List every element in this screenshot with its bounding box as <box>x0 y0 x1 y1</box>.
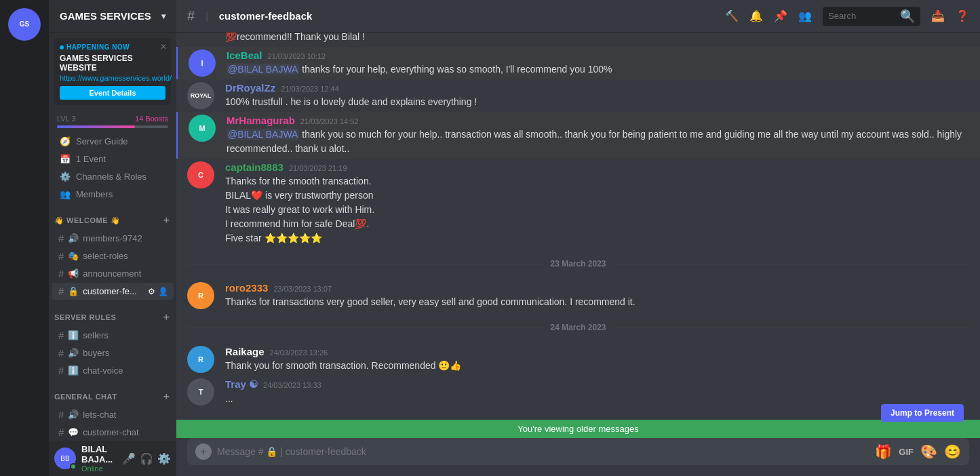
server-chevron-icon: ▾ <box>161 12 165 21</box>
date-divider: 23 March 2023 <box>187 259 969 269</box>
hash-icon: # <box>58 250 64 262</box>
add-attachment-button[interactable]: ＋ <box>195 443 212 460</box>
level-boosts[interactable]: 14 Boosts <box>135 115 168 123</box>
channel-item-announcement[interactable]: # 📢 announcement <box>52 265 174 282</box>
channel-hash-icon: # <box>187 8 195 24</box>
server-sidebar: GS <box>0 0 49 476</box>
category-server-rules[interactable]: SERVER RULES ＋ <box>49 300 176 326</box>
avatar: C <box>187 161 214 189</box>
username: BILAL BAJA... <box>81 444 117 464</box>
message-group: C captain8883 21/03/2023 21:19 Thanks fo… <box>176 159 980 248</box>
channel-item-customer-feedback[interactable]: # 🔒 customer-fe... ⚙ 👤 <box>52 283 174 300</box>
message-input-area: ＋ 🎁 GIF 🎨 😊 <box>176 438 980 476</box>
happening-url[interactable]: https://www.gamesservices.world/ <box>60 74 165 82</box>
channel-item-customer-chat[interactable]: # 💬 customer-chat <box>52 424 174 441</box>
channel-item-buyers[interactable]: # 🔊 buyers <box>52 344 174 361</box>
message-timestamp: 21/03/2023 12:44 <box>281 85 339 93</box>
sidebar-item-channels-roles[interactable]: ⚙️ Channels & Roles <box>52 168 174 185</box>
search-icon: 🔍 <box>900 9 915 24</box>
hammer-icon[interactable]: 🔨 <box>725 9 739 22</box>
older-messages-banner: You're viewing older messages Jump to Pr… <box>176 420 980 438</box>
message-author: IceBeal <box>227 49 262 61</box>
message-author: Raikage <box>225 346 264 357</box>
channel-item-members[interactable]: # 🔊 members-9742 <box>52 230 174 247</box>
channel-icon: 📢 <box>68 269 79 279</box>
emoji-icon[interactable]: 😊 <box>944 443 961 460</box>
message-author: Tray ☯ <box>225 378 258 391</box>
happening-close-icon[interactable]: ✕ <box>160 42 167 52</box>
main-content: # | customer-feedback 🔨 🔔 📌 👥 🔍 📥 ❓ B ba… <box>176 0 980 476</box>
add-channel-icon[interactable]: ＋ <box>161 311 172 323</box>
sidebar-item-server-guide[interactable]: 🧭 Server Guide <box>52 133 174 150</box>
hash-icon: # <box>58 268 64 279</box>
search-box: 🔍 <box>823 7 920 26</box>
channel-item-chat-voice[interactable]: # ℹ️ chat-voice <box>52 362 174 379</box>
channel-item-select-roles[interactable]: # 🎭 select-roles <box>52 247 174 264</box>
header-divider: | <box>205 11 208 22</box>
message-group: T Tray ☯ 24/03/2023 13:33 ... <box>176 376 980 409</box>
happening-dot <box>60 45 64 49</box>
message-header: DrRoyalZz 21/03/2023 12:44 <box>225 82 969 94</box>
category-welcome[interactable]: 👋 WELCOME 👋 ＋ <box>49 203 176 229</box>
message-author: MrHamagurab <box>227 115 295 126</box>
add-channel-icon[interactable]: ＋ <box>161 214 172 226</box>
message-header: roro2333 23/03/2023 13:07 <box>225 282 969 294</box>
message-content: roro2333 23/03/2023 13:07 Thanks for tra… <box>225 282 969 309</box>
settings-icon[interactable]: ⚙ <box>148 287 155 296</box>
more-icon[interactable]: 👤 <box>158 287 168 296</box>
event-details-button[interactable]: Event Details <box>60 86 165 100</box>
level-fill <box>57 125 135 128</box>
message-header: Raikage 24/03/2023 13:26 <box>225 346 969 357</box>
message-author: captain8883 <box>225 161 283 173</box>
headset-icon[interactable]: 🎧 <box>140 452 153 465</box>
settings-icon[interactable]: ⚙️ <box>157 452 171 465</box>
channel-list: 🧭 Server Guide 📅 1 Event ⚙️ Channels & R… <box>49 132 176 441</box>
members-icon: 👥 <box>60 189 71 199</box>
mute-icon[interactable]: 🎤 <box>122 452 136 465</box>
sidebar-item-members[interactable]: 👥 Members <box>52 186 174 203</box>
jump-to-present-button[interactable]: Jump to Present <box>881 404 964 422</box>
gif-icon[interactable]: GIF <box>899 447 914 457</box>
channel-item-sellers[interactable]: # ℹ️ sellers <box>52 327 174 344</box>
message-header: Tray ☯ 24/03/2023 13:33 <box>225 378 969 391</box>
category-general-chat[interactable]: GENERAL CHAT ＋ <box>49 380 176 405</box>
server-icon-label: GS <box>20 20 29 28</box>
message-header: IceBeal 21/03/2023 10:12 <box>227 49 969 61</box>
pin-icon[interactable]: 📌 <box>774 9 787 22</box>
message-header: captain8883 21/03/2023 21:19 <box>225 161 969 173</box>
notification-icon[interactable]: 🔔 <box>749 9 763 22</box>
channel-name-header: customer-feedback <box>219 10 313 22</box>
message-content: Deleted User 21/03/2023 08:08 Bilal is g… <box>225 33 969 44</box>
gift-icon[interactable]: 🎁 <box>875 443 892 460</box>
message-input-box: ＋ 🎁 GIF 🎨 😊 <box>187 438 969 465</box>
message-author: DrRoyalZz <box>225 82 275 94</box>
hash-icon: # <box>58 365 64 376</box>
sidebar-item-event[interactable]: 📅 1 Event <box>52 151 174 167</box>
user-status: Online <box>81 464 117 473</box>
channel-sidebar: GAMES SERVICES ▾ HAPPENING NOW ✕ GAMES S… <box>49 0 176 476</box>
channel-icon: 🔒 <box>68 286 79 296</box>
message-text: @BILAL BAJWA thanks for your help, every… <box>227 62 969 77</box>
messages-container[interactable]: B ball 20/03/2023 19:16 Yesterday I met … <box>176 33 980 420</box>
message-text: Thanks for the smooth transaction.BILAL❤… <box>225 174 969 245</box>
message-group: R roro2333 23/03/2023 13:07 Thanks for t… <box>176 279 980 312</box>
inbox-icon[interactable]: 📥 <box>931 9 945 22</box>
channel-header: # | customer-feedback 🔨 🔔 📌 👥 🔍 📥 ❓ <box>176 0 980 33</box>
message-content: captain8883 21/03/2023 21:19 Thanks for … <box>225 161 969 245</box>
sticker-icon[interactable]: 🎨 <box>920 443 937 460</box>
add-channel-icon[interactable]: ＋ <box>161 391 172 403</box>
help-icon[interactable]: ❓ <box>956 9 969 22</box>
compass-icon: 🧭 <box>60 136 71 146</box>
server-icon[interactable]: GS <box>8 8 41 41</box>
header-icons: 🔨 🔔 📌 👥 🔍 📥 ❓ <box>725 7 969 26</box>
channel-item-lets-chat[interactable]: # 🔊 lets-chat <box>52 406 174 423</box>
message-text: Thanks for transactions very good seller… <box>225 295 969 309</box>
message-content: Raikage 24/03/2023 13:26 Thank you for s… <box>225 346 969 373</box>
message-timestamp: 23/03/2023 13:07 <box>273 285 332 293</box>
avatar: BB <box>54 448 76 469</box>
members-list-icon[interactable]: 👥 <box>798 9 812 22</box>
server-name[interactable]: GAMES SERVICES ▾ <box>49 0 176 33</box>
search-input[interactable] <box>828 11 896 21</box>
channel-icon: ℹ️ <box>68 330 79 340</box>
message-input[interactable] <box>217 446 869 457</box>
